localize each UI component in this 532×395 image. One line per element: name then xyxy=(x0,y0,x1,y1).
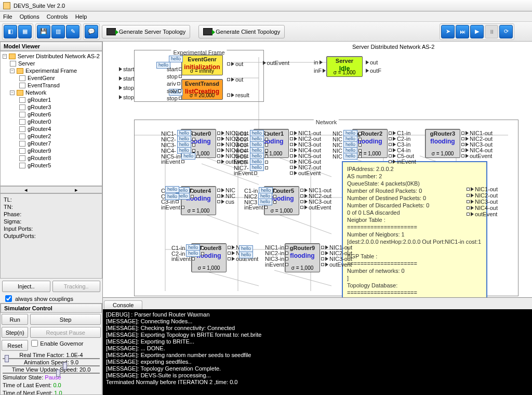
tip-line: 0 of 0 LSA discarded xyxy=(347,209,482,216)
tip-line: ===================== xyxy=(347,223,482,231)
server-topo-icon xyxy=(107,28,116,35)
port-label: inEvent xyxy=(161,204,184,210)
enable-governor-checkbox[interactable] xyxy=(31,340,38,347)
menu-controls[interactable]: Controls xyxy=(47,14,68,20)
toolbar-chat-icon[interactable]: 💬 xyxy=(85,25,98,38)
always-show-couplings-checkbox[interactable] xyxy=(5,295,12,302)
window-titlebar: DEVS_Suite Ver 2.0 xyxy=(0,0,532,11)
play-icon[interactable]: ▶ xyxy=(470,25,484,38)
tip-line: ] xyxy=(347,274,482,282)
tree-eventtransd[interactable]: EventTransd xyxy=(28,82,60,88)
port-label: out xyxy=(227,76,243,83)
menu-file[interactable]: File xyxy=(3,14,12,20)
console-tab[interactable]: Console xyxy=(104,300,142,309)
refresh-icon[interactable]: ⟳ xyxy=(499,25,513,38)
console-line: [MESSAGE]: Exporting to BRITE... xyxy=(106,338,529,345)
next-event-label: Time of Next Event: xyxy=(3,390,54,395)
console-line: [MESSAGE]: Exporting Topology in BRITE f… xyxy=(106,332,529,338)
anim-label: Animation Speed: 9.0 xyxy=(1,359,102,365)
port-label: stop xyxy=(119,94,134,100)
window-title: DEVS_Suite Ver 2.0 xyxy=(14,3,65,9)
leaf-icon xyxy=(19,134,25,139)
port-label: out xyxy=(366,59,378,65)
menu-help[interactable]: Help xyxy=(75,14,87,20)
tree-router[interactable]: gRouter1 xyxy=(28,97,51,103)
leaf-icon xyxy=(19,148,25,154)
tree-network[interactable]: Network xyxy=(25,89,46,96)
inject-button[interactable]: Inject.. xyxy=(2,281,50,292)
tree-router[interactable]: gRouter6 xyxy=(28,111,51,117)
model-tree[interactable]: −Server Distributed Network AS-2 Server … xyxy=(0,51,102,186)
console-output[interactable]: [DEBUG] : Parser found Router Waxman[MES… xyxy=(103,309,532,395)
router-phase: flooding xyxy=(425,138,460,145)
step-button[interactable]: Step xyxy=(30,314,101,325)
tree-exp-frame[interactable]: Experimental Frame xyxy=(25,68,77,74)
server-box[interactable]: Server Idle σ = 1,000 xyxy=(326,56,363,77)
tree-router[interactable]: gRouter2 xyxy=(28,133,51,139)
stepn-button[interactable]: Step(n) xyxy=(2,327,28,338)
last-event-value: 0.0 xyxy=(53,382,61,388)
tree-router[interactable]: gRouter8 xyxy=(28,155,51,161)
eventtransd-box[interactable]: EventTransd listCreating σ = 20,000 xyxy=(181,79,223,100)
generate-server-topology-button[interactable]: Generate Server Topology xyxy=(102,25,190,38)
client-topo-icon xyxy=(203,28,212,35)
tree-toggle-icon[interactable]: − xyxy=(3,54,7,59)
leaf-icon xyxy=(10,61,16,67)
tracking-button[interactable]: Tracking.. xyxy=(52,281,101,292)
eventgenr-box[interactable]: EventGenr initialization σ = infinity xyxy=(181,55,223,75)
tip-line: Number of Routed Packets: 0 xyxy=(347,187,482,194)
port-label: in xyxy=(314,59,323,65)
toolbar-btn4-icon[interactable]: ▥ xyxy=(51,25,65,38)
rtf-slider[interactable] xyxy=(1,358,102,359)
router-tooltip: IPAddress: 2.0.0.2 AS number: 2 QueueSta… xyxy=(342,161,487,297)
toolbar-new-icon[interactable]: ◧ xyxy=(4,25,17,38)
toolbar-btn5-icon[interactable]: ✎ xyxy=(66,25,79,38)
tree-root[interactable]: Server Distributed Network AS-2 xyxy=(18,53,100,59)
port-label: stop xyxy=(119,85,134,91)
reset-button[interactable]: Reset xyxy=(2,340,28,351)
folder-icon xyxy=(17,90,23,96)
tree-router[interactable]: gRouter0 xyxy=(28,118,51,125)
anim-slider[interactable] xyxy=(1,365,102,366)
scroll-left-icon[interactable]: ◂ xyxy=(1,187,51,193)
tree-toggle-icon[interactable]: − xyxy=(10,69,15,73)
diagram-canvas[interactable]: Server Distributed Network AS-2 Experime… xyxy=(103,42,532,297)
eventtransd-sigma: σ = 20,000 xyxy=(182,93,222,98)
leaf-icon xyxy=(19,104,25,110)
tree-router[interactable]: gRouter3 xyxy=(28,104,51,110)
toolbar: ◧ ▦ 💾 ▥ ✎ 💬 Generate Server Topology Gen… xyxy=(0,22,532,42)
play-next-icon[interactable]: ➤ xyxy=(441,25,455,38)
tip-line: ===================== xyxy=(347,289,482,296)
menu-bar: File Options Controls Help xyxy=(0,11,532,22)
leaf-icon xyxy=(19,119,25,125)
eventgenr-sigma: σ = infinity xyxy=(182,68,222,74)
toolbar-open-icon[interactable]: ▦ xyxy=(18,25,32,38)
tree-router[interactable]: gRouter4 xyxy=(28,126,51,132)
tip-line: [dest:2.0.0.0 nextHop:2.0.0.0 Out Port:N… xyxy=(347,238,482,245)
request-pause-button[interactable]: Request Pause xyxy=(30,327,101,338)
pause-icon[interactable]: ⏸ xyxy=(485,25,498,38)
port-label: stop xyxy=(167,73,182,80)
tree-router[interactable]: gRouter9 xyxy=(28,148,51,154)
tree-router[interactable]: gRouter5 xyxy=(28,162,51,168)
router-sigma: σ = 1,000 xyxy=(181,208,216,214)
scroll-right-icon[interactable]: ▸ xyxy=(51,187,102,193)
tree-server[interactable]: Server xyxy=(18,60,35,67)
tip-line: Neigbor Table : xyxy=(347,216,482,223)
port-label: inF xyxy=(314,68,326,74)
menu-options[interactable]: Options xyxy=(20,14,39,20)
tree-router[interactable]: gRouter7 xyxy=(28,140,51,147)
tree-eventgenr[interactable]: EventGenr xyxy=(28,75,55,81)
tree-toggle-icon[interactable]: − xyxy=(10,90,15,95)
next-event-value: 1.0 xyxy=(54,390,62,395)
step-fwd-icon[interactable]: ⏭ xyxy=(456,25,469,38)
router-box[interactable]: gRouter3floodingσ = 1,000 xyxy=(425,129,460,158)
tvu-slider[interactable] xyxy=(1,373,102,374)
router-box[interactable]: gRouter9floodingσ = 1,000 xyxy=(285,243,320,272)
router-sigma: σ = 1,000 xyxy=(264,208,299,214)
folder-icon xyxy=(9,54,15,59)
run-button[interactable]: Run xyxy=(2,314,28,325)
port-label: NIC1-out xyxy=(467,186,498,192)
toolbar-save-icon[interactable]: 💾 xyxy=(37,25,50,38)
generate-client-topology-button[interactable]: Generate Client Topology xyxy=(198,25,285,38)
